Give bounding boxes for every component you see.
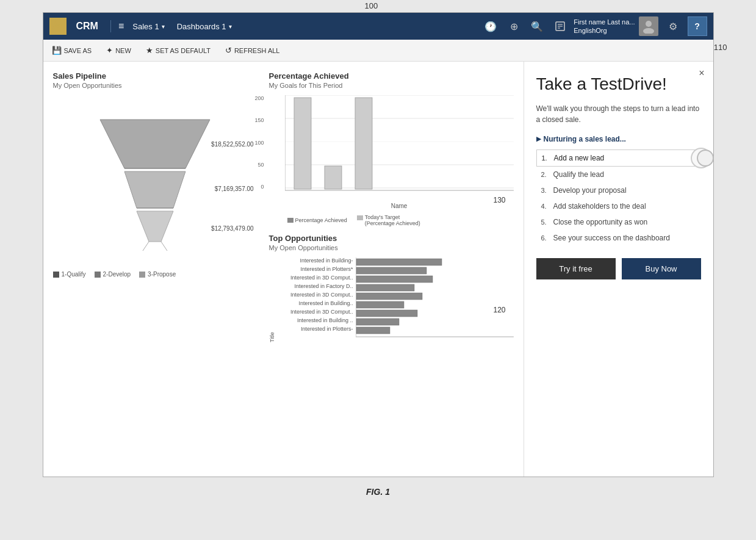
nav-dashboards-arrow: ▾ bbox=[229, 23, 232, 30]
settings-icon[interactable]: ⚙ bbox=[663, 16, 683, 36]
funnel-label-bot: $12,793,479.00 bbox=[211, 225, 254, 232]
content-area: Sales Pipeline My Open Opportunities bbox=[43, 62, 713, 477]
testdrive-section-title: ▶ Nurturing a sales lead... bbox=[536, 135, 701, 143]
step-5-number: 5. bbox=[541, 218, 550, 226]
buy-now-button[interactable]: Buy Now bbox=[622, 258, 701, 279]
funnel-label-mid: $7,169,357.00 bbox=[215, 185, 254, 192]
step-3-number: 3. bbox=[541, 187, 550, 194]
nav-user[interactable]: First name Last na... EnglishOrg bbox=[574, 16, 658, 36]
funnel-container: $18,522,552.00 $7,169,357.00 $12,793,479… bbox=[53, 95, 257, 266]
legend-propose: 3-Propose bbox=[139, 271, 176, 278]
bar-chart-area: 200 150 100 50 0 bbox=[269, 95, 514, 212]
save-as-button[interactable]: 💾 SAVE AS bbox=[49, 45, 95, 56]
legend-develop: 2-Develop bbox=[95, 271, 131, 278]
pct-achieved-color bbox=[287, 218, 293, 223]
step-3-label: Develop your proposal bbox=[553, 186, 627, 195]
refresh-all-button[interactable]: ↺ REFRESH ALL bbox=[223, 45, 283, 56]
y-label-50: 50 bbox=[251, 162, 264, 168]
new-record-icon[interactable]: ⊕ bbox=[505, 18, 522, 35]
svg-rect-21 bbox=[325, 166, 342, 189]
dashboard-pane: Sales Pipeline My Open Opportunities bbox=[43, 62, 524, 477]
step-2[interactable]: 2. Qualify the lead bbox=[536, 167, 701, 182]
step-4-number: 4. bbox=[541, 203, 550, 210]
step-2-label: Qualify the lead bbox=[553, 170, 604, 179]
nav-separator-1 bbox=[110, 20, 111, 32]
bar-chart-section: Percentage Achieved My Goals for This Pe… bbox=[269, 71, 514, 226]
step-3[interactable]: 3. Develop your proposal bbox=[536, 182, 701, 198]
section-triangle-icon: ▶ bbox=[536, 135, 541, 142]
hbar-label-2: Interested in Plotters* bbox=[276, 266, 356, 275]
pipeline-section: Sales Pipeline My Open Opportunities bbox=[53, 71, 257, 342]
fig-label-container: FIG. 1 bbox=[43, 487, 714, 497]
hbar-label-6: Interested in Building.. bbox=[276, 300, 356, 309]
nav-user-info: First name Last na... EnglishOrg bbox=[574, 18, 635, 35]
new-button[interactable]: ✦ NEW bbox=[104, 45, 134, 56]
refresh-label: REFRESH ALL bbox=[234, 47, 280, 54]
pct-achieved-label: Percentage Achieved bbox=[295, 217, 347, 223]
bar-chart-inner: Q3 Q3 Q3 Name bbox=[285, 95, 514, 212]
y-label-150: 150 bbox=[251, 117, 264, 123]
target-label: Today's Target(Percentage Achieved) bbox=[365, 214, 420, 226]
hbar-label-3: Interested in 3D Comput.. bbox=[276, 275, 356, 283]
svg-marker-7 bbox=[124, 171, 185, 208]
patent-wrapper: 100 110 CRM ≡ Sales 1 ▾ Dashboards 1 ▾ bbox=[43, 12, 714, 497]
svg-point-4 bbox=[646, 21, 652, 27]
step-1-number: 1. bbox=[542, 154, 550, 162]
hbar-label-8: Interested in Building .. bbox=[276, 317, 356, 326]
hbar-label-9: Interested in Plotters- bbox=[276, 326, 356, 334]
develop-dot bbox=[95, 272, 101, 278]
y-label-200: 200 bbox=[251, 95, 264, 101]
step-1[interactable]: 1. Add a new lead bbox=[536, 149, 701, 167]
search-icon[interactable]: 🔍 bbox=[528, 18, 545, 35]
nav-sales-dropdown[interactable]: Sales 1 ▾ bbox=[129, 20, 168, 34]
dashboard-top: Sales Pipeline My Open Opportunities bbox=[53, 71, 514, 342]
advanced-find-icon[interactable] bbox=[552, 18, 569, 35]
save-as-label: SAVE AS bbox=[64, 47, 92, 54]
hbar-y-title: Title bbox=[269, 257, 275, 342]
help-button[interactable]: ? bbox=[688, 16, 707, 36]
propose-dot bbox=[139, 272, 145, 278]
patent-label-120: 120 bbox=[494, 306, 506, 314]
nav-dashboards-dropdown[interactable]: Dashboards 1 ▾ bbox=[173, 20, 236, 34]
step-6-label: See your success on the dashboard bbox=[553, 234, 670, 242]
hbar-section: Top Opportunities My Open Opportunities … bbox=[269, 234, 514, 342]
hbar-chart-area: Title Interested in Building- Interested… bbox=[269, 257, 514, 342]
funnel-label-top: $18,522,552.00 bbox=[211, 141, 254, 148]
close-button[interactable]: × bbox=[699, 68, 704, 79]
try-free-button[interactable]: Try it free bbox=[536, 258, 616, 279]
patent-label-100: 100 bbox=[365, 1, 378, 10]
new-icon: ✦ bbox=[106, 46, 113, 55]
svg-rect-32 bbox=[356, 293, 422, 300]
svg-rect-22 bbox=[355, 98, 372, 189]
step-6[interactable]: 6. See your success on the dashboard bbox=[536, 230, 701, 246]
bar-chart-legend: Percentage Achieved Today's Target(Perce… bbox=[287, 214, 514, 226]
target-color bbox=[357, 215, 363, 220]
svg-rect-20 bbox=[294, 98, 311, 189]
legend-pct-achieved: Percentage Achieved bbox=[287, 214, 347, 226]
nav-avatar bbox=[639, 16, 658, 36]
y-label-0: 0 bbox=[251, 184, 264, 190]
toolbar: 💾 SAVE AS ✦ NEW ★ SET AS DEFAULT ↺ REFRE… bbox=[43, 40, 713, 62]
hamburger-icon[interactable]: ≡ bbox=[118, 21, 124, 32]
fig-label: FIG. 1 bbox=[366, 487, 390, 497]
step-5[interactable]: 5. Close the opportunity as won bbox=[536, 214, 701, 230]
svg-rect-33 bbox=[356, 301, 404, 308]
testdrive-description: We'll walk you through the steps to turn… bbox=[536, 103, 701, 125]
nav-user-org: EnglishOrg bbox=[574, 26, 635, 35]
qualify-label: 1-Qualify bbox=[62, 271, 86, 278]
legend-qualify: 1-Qualify bbox=[53, 271, 86, 278]
step-2-number: 2. bbox=[541, 171, 550, 178]
chart-x-title: Name bbox=[285, 203, 514, 209]
charts-section: Percentage Achieved My Goals for This Pe… bbox=[269, 71, 514, 342]
svg-rect-35 bbox=[356, 319, 399, 325]
step-5-label: Close the opportunity as won bbox=[553, 218, 648, 226]
hbar-subtitle: My Open Opportunities bbox=[269, 244, 514, 251]
set-default-button[interactable]: ★ SET AS DEFAULT bbox=[143, 45, 213, 56]
svg-point-5 bbox=[643, 28, 654, 34]
hbar-label-7: Interested in 3D Comput.. bbox=[276, 309, 356, 317]
patent-label-110: 110 bbox=[714, 43, 727, 52]
nav-sales-arrow: ▾ bbox=[162, 23, 165, 30]
step-4[interactable]: 4. Add stakeholders to the deal bbox=[536, 198, 701, 214]
recent-records-icon[interactable]: 🕐 bbox=[482, 18, 499, 35]
nav-dashboards-label: Dashboards 1 bbox=[177, 22, 226, 31]
